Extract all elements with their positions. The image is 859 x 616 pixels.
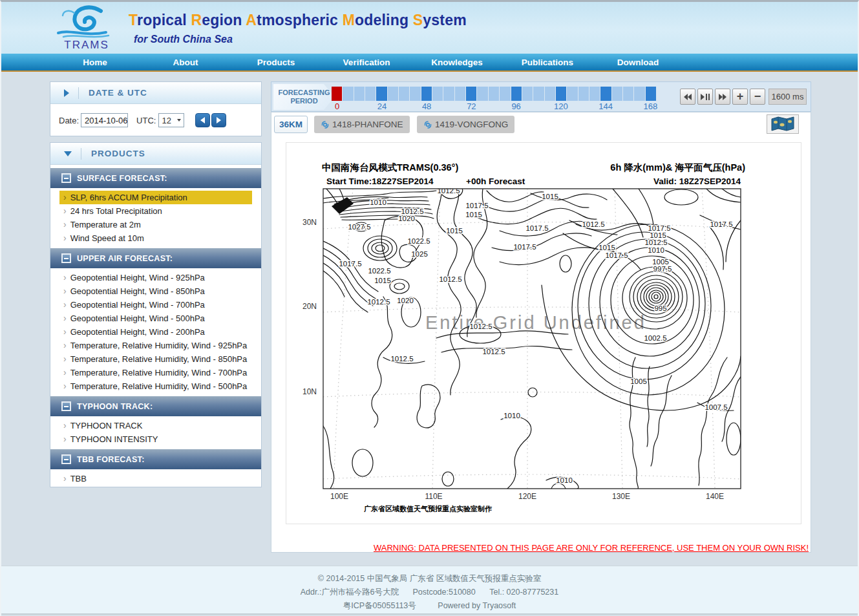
speed-up-button[interactable]: + <box>732 89 748 105</box>
nav-item-about[interactable]: About <box>140 54 231 70</box>
nav-item-verification[interactable]: Verification <box>321 54 412 70</box>
prev-time-button[interactable] <box>195 113 210 127</box>
timeline-block[interactable] <box>455 87 465 101</box>
section-label: UPPER AIR FORECAST: <box>77 254 173 263</box>
product-item[interactable]: ›Temperature, Relative Humidity, Wind - … <box>50 339 261 352</box>
section-header[interactable]: TYPHOON TRACK: <box>50 396 261 416</box>
chevron-icon: › <box>63 219 67 229</box>
collapse-minus-icon <box>61 401 71 411</box>
product-item[interactable]: ›Geopotential Height, Wind - 700hPa <box>50 298 261 312</box>
section-header[interactable]: TBB FORECAST: <box>50 449 261 469</box>
product-item[interactable]: ›Temperature, Relative Humidity, Wind - … <box>50 379 261 393</box>
section-header[interactable]: UPPER AIR FORECAST: <box>50 248 261 268</box>
chevron-icon: › <box>63 434 67 444</box>
svg-text:1022.5: 1022.5 <box>407 237 430 245</box>
nav-item-publications[interactable]: Publications <box>502 54 593 70</box>
chevron-icon: › <box>63 286 67 296</box>
timeline-tick-label: 48 <box>422 101 431 111</box>
footer-copyright: © 2014-2015 中国气象局 广东省 区域数值天气预报重点实验室 <box>1 573 858 584</box>
product-item[interactable]: ›Temperature, Relative Humidity, Wind - … <box>50 352 261 366</box>
product-item[interactable]: ›SLP, 6hrs ACCUM Precipitation <box>59 191 252 204</box>
product-item[interactable]: ›Wind Speed at 10m <box>50 231 261 245</box>
timeline-block[interactable] <box>443 87 454 101</box>
rewind-button[interactable] <box>680 89 695 105</box>
timeline-block[interactable] <box>634 87 644 101</box>
svg-text:995: 995 <box>654 304 666 312</box>
date-panel-header[interactable]: DATE & UTC <box>50 82 261 104</box>
timeline-block[interactable] <box>421 87 432 101</box>
timeline-block[interactable] <box>477 87 487 101</box>
chevron-icon: › <box>63 313 67 323</box>
timeline-block[interactable] <box>567 87 577 101</box>
timeline-block[interactable] <box>612 87 622 101</box>
timeline-tick-label: 24 <box>377 101 387 111</box>
world-map-button[interactable] <box>767 114 799 134</box>
timeline-block[interactable] <box>410 87 420 101</box>
chevron-icon: › <box>63 299 67 310</box>
product-item-label: Temperature, Relative Humidity, Wind - 9… <box>70 341 248 350</box>
timeline-block[interactable] <box>578 87 589 101</box>
tab-label: 1418-PHANFONE <box>332 120 403 129</box>
svg-text:997.5: 997.5 <box>653 265 672 273</box>
timeline-block[interactable] <box>466 87 476 101</box>
product-item[interactable]: ›TYPHOON TRACK <box>50 419 261 432</box>
footer-icp-line: 粤ICP备05055113号 Powered by Tryaosoft <box>1 600 858 611</box>
timeline-block[interactable] <box>646 87 656 101</box>
svg-text:广东省区域数值天气预报重点实验室制作: 广东省区域数值天气预报重点实验室制作 <box>363 505 492 513</box>
timeline-block[interactable] <box>432 87 443 101</box>
section-header[interactable]: SURFACE FORECAST: <box>50 168 261 188</box>
product-item[interactable]: ›Geopotential Height, Wind - 200hPa <box>50 325 261 339</box>
product-item[interactable]: ›TYPHOON INTENSITY <box>50 432 261 446</box>
timeline-block[interactable] <box>388 87 398 101</box>
tab-1418-phanfone[interactable]: 1418-PHANFONE <box>314 116 410 133</box>
timeline-block[interactable] <box>376 87 387 101</box>
page: TRAMS Tropical Region Atmospheric Modeli… <box>0 0 859 616</box>
fast-forward-button[interactable] <box>715 89 730 105</box>
products-panel-header[interactable]: PRODUCTS <box>50 143 261 165</box>
utc-select[interactable]: 12 <box>158 113 184 127</box>
product-item[interactable]: ›Geopotential Height, Wind - 925hPa <box>50 271 261 284</box>
utc-value: 12 <box>162 116 171 125</box>
product-item-label: Geopotential Height, Wind - 500hPa <box>70 313 205 323</box>
svg-text:1012.5: 1012.5 <box>439 275 461 283</box>
product-item[interactable]: ›24 hrs Total Precipitation <box>50 204 261 218</box>
timeline-block[interactable] <box>589 87 600 101</box>
svg-text:1015: 1015 <box>542 193 558 200</box>
svg-text:140E: 140E <box>706 492 724 501</box>
svg-text:1012.5: 1012.5 <box>582 220 604 228</box>
timeline-block[interactable] <box>365 87 376 101</box>
product-item[interactable]: ›Geopotential Height, Wind - 850hPa <box>50 284 261 298</box>
timeline-block[interactable] <box>511 87 522 101</box>
timeline-block[interactable] <box>354 87 365 101</box>
product-item[interactable]: ›Geopotential Height, Wind - 500hPa <box>50 312 261 325</box>
timeline-block[interactable] <box>500 87 510 101</box>
timeline-block[interactable] <box>623 87 633 101</box>
date-input[interactable] <box>81 113 128 127</box>
timeline-block[interactable] <box>600 87 611 101</box>
tab-36km[interactable]: 36KM <box>274 116 308 133</box>
timeline-block[interactable] <box>556 87 566 101</box>
tab-1419-vongfong[interactable]: 1419-VONGFONG <box>417 116 514 133</box>
timeline-block[interactable] <box>545 87 555 101</box>
product-item-label: Temperature, Relative Humidity, Wind - 5… <box>70 381 248 391</box>
footer-address: Addr.:广州市福今路6号大院 <box>301 588 399 597</box>
nav-item-products[interactable]: Products <box>231 54 321 70</box>
timeline-block[interactable] <box>332 87 342 101</box>
svg-text:120E: 120E <box>518 492 536 501</box>
timeline-block[interactable] <box>533 87 544 101</box>
nav-item-download[interactable]: Download <box>593 54 683 70</box>
timeline-block[interactable] <box>343 87 353 101</box>
product-item[interactable]: ›Temperature, Relative Humidity, Wind - … <box>50 366 261 379</box>
product-item[interactable]: ›TBB <box>50 472 261 485</box>
next-time-button[interactable] <box>211 113 226 127</box>
nav-item-knowledges[interactable]: Knowledges <box>412 54 502 70</box>
nav-item-home[interactable]: Home <box>50 54 140 70</box>
timeline-block[interactable] <box>399 87 409 101</box>
chevron-icon: › <box>63 381 67 391</box>
timeline-block[interactable] <box>522 87 533 101</box>
footer-postcode: Postcode:510080 <box>412 588 475 597</box>
play-pause-button[interactable] <box>697 89 713 105</box>
speed-down-button[interactable]: − <box>750 89 765 105</box>
product-item[interactable]: ›Temperature at 2m <box>50 218 261 231</box>
timeline-block[interactable] <box>489 87 499 101</box>
